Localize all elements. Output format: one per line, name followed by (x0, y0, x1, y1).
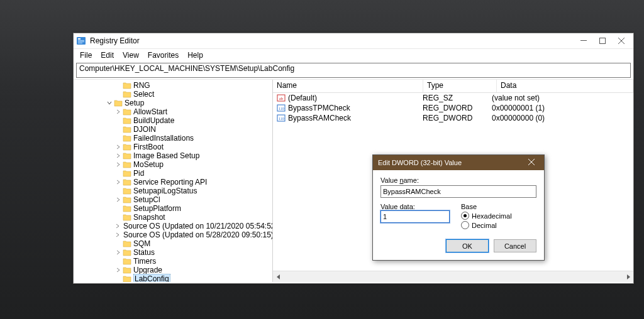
scroll-left-arrow-icon[interactable] (273, 271, 284, 282)
dialog-close-button[interactable] (524, 159, 539, 166)
menu-file[interactable]: File (76, 50, 96, 60)
column-headers[interactable]: Name Type Data (273, 80, 633, 93)
chevron-right-icon[interactable] (115, 232, 120, 238)
tree-item[interactable]: Setup (106, 99, 272, 107)
chevron-right-icon[interactable] (115, 82, 121, 89)
chevron-right-icon[interactable] (115, 223, 120, 229)
tree-item[interactable]: FirstBoot (115, 143, 272, 151)
menubar: File Edit View Favorites Help (74, 49, 633, 62)
value-row[interactable]: 110BypassRAMCheckREG_DWORD0x00000000 (0) (273, 113, 633, 123)
menu-favorites[interactable]: Favorites (144, 50, 182, 60)
tree-item-label: Source OS (Updated on 5/28/2020 09:50:15… (123, 230, 273, 239)
folder-icon (123, 196, 131, 203)
horizontal-scrollbar[interactable] (273, 271, 633, 282)
tree-item-label: FailedInstallations (133, 134, 194, 143)
tree-item[interactable]: SQM (115, 239, 272, 248)
value-data: 0x00000000 (0) (492, 114, 633, 122)
tree-item-label: SetupCl (133, 195, 160, 204)
tree-item-label: Snapshot (133, 213, 165, 222)
folder-icon (123, 90, 131, 98)
tree-item[interactable]: LabConfig (115, 274, 272, 282)
radio-icon (461, 212, 469, 220)
menu-help[interactable]: Help (184, 50, 207, 60)
chevron-down-icon[interactable] (106, 100, 113, 106)
address-bar[interactable]: Computer\HKEY_LOCAL_MACHINE\SYSTEM\Setup… (76, 63, 631, 78)
column-name[interactable]: Name (273, 80, 423, 92)
value-data-input[interactable] (380, 210, 450, 223)
tree-item-label: FirstBoot (133, 143, 164, 151)
tree-item[interactable]: Source OS (Updated on 5/28/2020 09:50:15… (115, 230, 272, 239)
tree-item[interactable]: Service Reporting API (115, 178, 272, 187)
value-name-label: Value name: (380, 176, 536, 184)
tree-item[interactable]: SetupPlatform (115, 204, 272, 213)
chevron-right-icon[interactable] (115, 241, 121, 247)
dec-label: Decimal (472, 222, 497, 229)
cancel-button[interactable]: Cancel (494, 239, 536, 252)
svg-rect-5 (580, 40, 587, 41)
chevron-right-icon[interactable] (115, 258, 121, 264)
tree-item[interactable]: FailedInstallations (115, 134, 272, 143)
value-type: REG_DWORD (423, 104, 492, 112)
tree-pane[interactable]: RNGSelectSetupAllowStartBuildUpdateDJOIN… (74, 80, 273, 282)
minimize-button[interactable] (574, 34, 593, 48)
value-row[interactable]: ab(Default)REG_SZ(value not set) (273, 93, 633, 103)
chevron-right-icon[interactable] (115, 188, 121, 194)
folder-icon (123, 240, 131, 247)
chevron-right-icon[interactable] (115, 170, 121, 176)
tree-item[interactable]: DJOIN (115, 125, 272, 134)
tree-item[interactable]: Pid (115, 169, 272, 178)
radio-hexadecimal[interactable]: Hexadecimal (461, 212, 536, 220)
folder-icon (123, 108, 131, 116)
tree-item-label: DJOIN (133, 125, 156, 134)
tree-item-label: Setup (125, 99, 144, 107)
tree-item[interactable]: Snapshot (115, 213, 272, 222)
chevron-right-icon[interactable] (115, 109, 121, 115)
chevron-right-icon[interactable] (115, 267, 121, 273)
tree-item-label: SetupPlatform (133, 204, 181, 213)
tree-item[interactable]: AllowStart (115, 107, 272, 116)
column-type[interactable]: Type (423, 80, 497, 92)
titlebar[interactable]: Registry Editor (74, 33, 633, 49)
folder-icon (123, 161, 131, 168)
chevron-right-icon[interactable] (115, 153, 121, 159)
tree-item-label: Pid (133, 169, 144, 178)
tree-item[interactable]: SetupapiLogStatus (115, 187, 272, 195)
chevron-right-icon[interactable] (115, 126, 121, 132)
tree-item[interactable]: BuildUpdate (115, 116, 272, 125)
menu-edit[interactable]: Edit (97, 50, 118, 60)
tree-item[interactable]: RNG (115, 81, 272, 90)
close-button[interactable] (612, 34, 631, 48)
tree-item[interactable]: Select (115, 90, 272, 99)
ok-button[interactable]: OK (446, 239, 489, 252)
tree-item[interactable]: Timers (115, 257, 272, 266)
value-name-input[interactable] (380, 185, 536, 198)
folder-icon (123, 152, 131, 160)
folder-icon (123, 134, 131, 142)
value-data-label: Value data: (380, 203, 415, 210)
chevron-right-icon[interactable] (115, 205, 121, 212)
tree-item[interactable]: Source OS (Updated on 10/21/2020 05:54:5… (115, 222, 272, 230)
menu-view[interactable]: View (119, 50, 143, 60)
tree-item[interactable]: Status (115, 248, 272, 257)
chevron-right-icon[interactable] (115, 214, 121, 220)
chevron-right-icon[interactable] (115, 91, 121, 97)
scroll-right-arrow-icon[interactable] (623, 271, 633, 282)
tree-item-label: Upgrade (133, 266, 162, 274)
column-data[interactable]: Data (497, 80, 633, 92)
chevron-right-icon[interactable] (115, 161, 121, 168)
radio-decimal[interactable]: Decimal (461, 221, 536, 229)
chevron-right-icon[interactable] (115, 117, 121, 124)
chevron-right-icon[interactable] (115, 276, 121, 282)
dialog-titlebar[interactable]: Edit DWORD (32-bit) Value (373, 155, 544, 170)
chevron-right-icon[interactable] (115, 197, 121, 203)
chevron-right-icon[interactable] (115, 179, 121, 185)
chevron-right-icon[interactable] (115, 135, 121, 141)
value-row[interactable]: 110BypassTPMCheckREG_DWORD0x00000001 (1) (273, 103, 633, 113)
tree-item[interactable]: Image Based Setup (115, 151, 272, 160)
tree-item[interactable]: MoSetup (115, 160, 272, 169)
maximize-button[interactable] (593, 34, 612, 48)
tree-item[interactable]: Upgrade (115, 266, 272, 274)
tree-item[interactable]: SetupCl (115, 195, 272, 204)
chevron-right-icon[interactable] (115, 249, 121, 256)
chevron-right-icon[interactable] (115, 144, 121, 150)
